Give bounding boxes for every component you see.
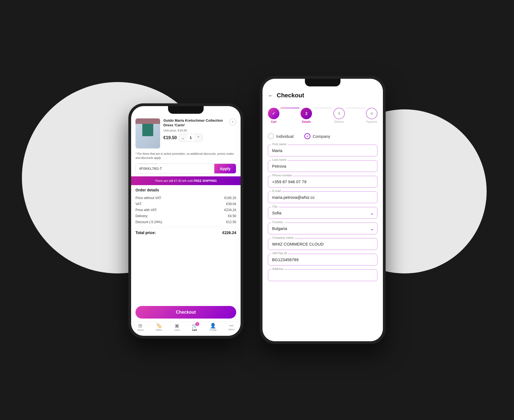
vat-input[interactable]: [268, 254, 377, 266]
first-name-label: First name: [271, 142, 288, 146]
nav-menu-label: Menu: [229, 328, 235, 331]
step-circle-cart: ✓: [268, 108, 279, 119]
phone-checkout: ← Checkout ✓ Cart 2 Details 3 Delivery: [260, 76, 386, 344]
menu-icon: •••: [229, 324, 234, 328]
home-icon: ⊞: [138, 323, 142, 328]
cart-badge: 3: [195, 322, 199, 326]
checkout-form: Individual Company First name Last name: [262, 129, 383, 341]
nav-cart[interactable]: 🛒 3 Cart: [192, 323, 198, 331]
country-label: Country: [271, 220, 284, 224]
company-label: Company: [313, 134, 330, 139]
nav-offers[interactable]: 🏷️ Offers: [156, 323, 162, 331]
company-option[interactable]: Company: [304, 133, 330, 139]
phone-notch-2: [305, 79, 340, 86]
step-cart: ✓ Cart: [268, 108, 279, 123]
remove-item-btn[interactable]: ×: [229, 118, 236, 126]
last-name-input[interactable]: [268, 160, 377, 172]
step-line-1: [281, 108, 299, 108]
nav-card-label: Card: [174, 329, 180, 331]
city-field: City Sofia Plovdiv Varna ⌄: [268, 207, 377, 219]
nav-menu[interactable]: ••• Menu: [229, 324, 235, 331]
country-field: Country Bulgaria Germany France ⌄: [268, 223, 377, 234]
phone-2-screen: ← Checkout ✓ Cart 2 Details 3 Delivery: [262, 79, 383, 341]
step-line-3: [346, 108, 365, 108]
apply-button[interactable]: Apply: [214, 164, 236, 173]
email-label: E-mail: [271, 189, 282, 192]
step-line-2: [313, 108, 332, 108]
back-button[interactable]: ←: [268, 92, 273, 99]
company-name-input[interactable]: [268, 238, 377, 250]
cart-icon: 🛒 3: [192, 323, 198, 328]
nav-profile-label: Profile: [209, 329, 216, 331]
step-label-payment: Payment: [366, 120, 377, 123]
bottom-nav: ⊞ Home 🏷️ Offers ▣ Card 🛒 3 Cart: [131, 321, 241, 336]
phone-cart: Guido Maria Kretschmer Collection Dress …: [128, 103, 243, 339]
address-input[interactable]: [268, 269, 377, 281]
customer-type-row: Individual Company: [268, 133, 377, 139]
individual-option[interactable]: Individual: [268, 133, 293, 139]
total-value: €226.24: [222, 231, 236, 235]
qty-increase-btn[interactable]: ⌃: [195, 134, 202, 142]
product-info: Guido Maria Kretschmer Collection Dress …: [163, 118, 226, 142]
close-icon: ×: [232, 120, 233, 124]
promo-note: * For items that are in active promotion…: [131, 152, 241, 162]
step-circle-payment: 4: [366, 108, 377, 119]
step-delivery: 3 Delivery: [333, 108, 345, 123]
nav-offers-label: Offers: [156, 329, 162, 331]
discount-input[interactable]: [136, 164, 214, 173]
step-label-cart: Cart: [271, 120, 276, 123]
order-label-0: Price without VAT:: [135, 196, 162, 200]
nav-card[interactable]: ▣ Card: [174, 323, 180, 331]
email-input[interactable]: [268, 191, 377, 203]
phone-field: Phone number: [268, 176, 377, 188]
price-qty-row: €19.50 ⌄ 1 ⌃: [163, 134, 226, 142]
discount-section: Discount code Apply: [135, 164, 236, 174]
company-name-label: Company name: [271, 236, 295, 239]
address-field: Address: [268, 269, 377, 281]
unit-price: Unit price: €19.50: [163, 129, 226, 132]
order-details: Order details Price without VAT: €195.20…: [131, 185, 241, 306]
step-circle-delivery: 3: [333, 108, 345, 119]
phone-label: Phone number: [271, 174, 293, 177]
order-value-1: €39.04: [226, 202, 236, 206]
phone-input[interactable]: [268, 176, 377, 188]
step-circle-details: 2: [301, 108, 312, 119]
discount-label: Discount code: [138, 164, 158, 165]
city-label: City: [271, 205, 279, 208]
phones-container: Guido Maria Kretschmer Collection Dress …: [0, 0, 514, 420]
last-name-label: Last name: [271, 158, 287, 161]
checkout-button[interactable]: Checkout: [135, 306, 236, 319]
order-row-1: VAT: €39.04: [135, 201, 236, 207]
country-select[interactable]: Bulgaria Germany France: [268, 223, 377, 234]
order-row-3: Delivery: €4.50: [135, 213, 236, 219]
phone-1-screen: Guido Maria Kretschmer Collection Dress …: [131, 106, 241, 336]
step-payment: 4 Payment: [366, 108, 377, 123]
qty-decrease-btn[interactable]: ⌄: [179, 134, 187, 142]
product-image: [135, 118, 160, 148]
order-value-3: €4.50: [228, 214, 236, 218]
product-price: €19.50: [163, 135, 177, 140]
first-name-input[interactable]: [268, 145, 377, 156]
order-row-4: Discount (-5.24%): €12.50: [135, 219, 236, 225]
city-select[interactable]: Sofia Plovdiv Varna: [268, 207, 377, 219]
step-details: 2 Details: [301, 108, 312, 123]
vat-label: VAT/Tax ID: [271, 252, 288, 255]
nav-cart-label: Cart: [192, 329, 197, 331]
nav-home[interactable]: ⊞ Home: [137, 323, 144, 331]
step-label-delivery: Delivery: [334, 120, 344, 123]
individual-radio[interactable]: [268, 133, 274, 139]
profile-icon: 👤: [210, 323, 216, 328]
order-value-4: €12.50: [226, 220, 236, 224]
nav-profile[interactable]: 👤 Profile: [209, 323, 216, 331]
company-radio[interactable]: [304, 133, 310, 139]
phone-notch-1: [168, 106, 204, 114]
product-title: Guido Maria Kretschmer Collection Dress …: [163, 118, 226, 128]
nav-home-label: Home: [137, 329, 144, 331]
card-icon: ▣: [175, 323, 179, 328]
order-label-3: Delivery:: [135, 214, 148, 218]
order-label-2: Price with VAT:: [135, 208, 157, 212]
quantity-control: ⌄ 1 ⌃: [179, 134, 203, 142]
shipping-bold: FREE SHIPPING: [194, 179, 217, 182]
individual-label: Individual: [276, 134, 293, 139]
qty-value: 1: [187, 134, 195, 142]
